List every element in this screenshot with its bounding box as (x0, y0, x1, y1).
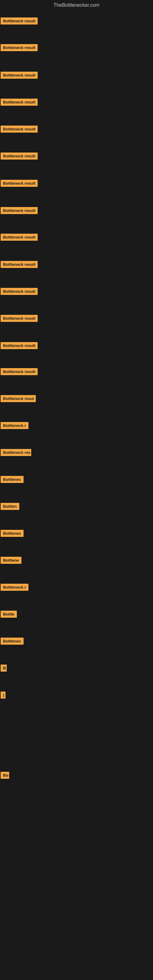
bottleneck-label: Bottleneck result (1, 72, 38, 79)
bottleneck-item: Bottlenec (1, 638, 24, 646)
bottleneck-item: Bottlenec (1, 476, 24, 484)
bottleneck-label: Bottleneck result (1, 126, 38, 133)
bottleneck-item: Bottleneck result (1, 44, 38, 52)
bottleneck-item: | (1, 692, 5, 700)
bottleneck-label: Bottleneck result (1, 44, 38, 51)
bottleneck-item: Bottleneck result (1, 18, 38, 26)
bottleneck-item: Bottleneck result (1, 99, 38, 107)
bottleneck-label: Bottleneck result (1, 342, 38, 349)
bottleneck-label: B (1, 665, 7, 671)
bottleneck-item: Bottle (1, 611, 17, 619)
bottleneck-label: Bottleneck result (1, 368, 38, 375)
bottleneck-item: Bottlenec (1, 530, 24, 538)
bottleneck-item: Bottleneck result (1, 72, 38, 80)
bottleneck-item: Bottleneck result (1, 207, 38, 215)
bottleneck-item: Bottlene (1, 557, 21, 565)
bottleneck-item: Bottleneck result (1, 153, 38, 161)
bottleneck-label: Bottleneck result (1, 261, 38, 268)
bottleneck-item: Bottleneck result (1, 261, 38, 269)
bottleneck-item: Bottleneck r (1, 422, 29, 430)
bottleneck-label: Bottle (1, 611, 17, 618)
bottleneck-label: Bo (1, 772, 9, 779)
bottleneck-label: Bottlenec (1, 476, 24, 483)
bottleneck-item: Bottleneck result (1, 234, 38, 242)
bottleneck-item: Bottleneck r (1, 584, 29, 592)
bottleneck-label: | (1, 692, 5, 698)
bottleneck-item: Bottleneck result (1, 126, 38, 134)
bottleneck-item: Bo (1, 772, 9, 780)
bottleneck-label: Bottlen (1, 503, 19, 510)
bottleneck-item: Bottleneck result (1, 180, 38, 188)
bottleneck-label: Bottleneck result (1, 288, 38, 295)
bottleneck-label: Bottlenec (1, 638, 24, 645)
bottleneck-label: Bottleneck res (1, 449, 31, 456)
bottleneck-item: Bottleneck result (1, 315, 38, 323)
bottleneck-label: Bottleneck result (1, 315, 38, 322)
bottleneck-item: Bottleneck result (1, 368, 38, 376)
bottleneck-label: Bottlene (1, 557, 21, 564)
bottleneck-label: Bottleneck r (1, 422, 29, 429)
bottleneck-item: B (1, 665, 7, 673)
bottleneck-label: Bottlenec (1, 530, 24, 537)
bottleneck-label: Bottleneck result (1, 18, 38, 24)
bottleneck-item: Bottleneck result (1, 288, 38, 296)
site-title: TheBottlenecker.com (0, 0, 153, 10)
bottleneck-label: Bottleneck resul (1, 395, 36, 402)
bottleneck-item: Bottleneck resul (1, 395, 36, 403)
bottleneck-label: Bottleneck r (1, 584, 29, 591)
bottleneck-label: Bottleneck result (1, 153, 38, 159)
bottleneck-item: Bottlen (1, 503, 19, 511)
bottleneck-item: Bottleneck result (1, 342, 38, 350)
bottleneck-item: Bottleneck res (1, 449, 31, 457)
bottleneck-label: Bottleneck result (1, 180, 38, 187)
bottleneck-label: Bottleneck result (1, 99, 38, 106)
bottleneck-label: Bottleneck result (1, 207, 38, 214)
bottleneck-label: Bottleneck result (1, 234, 38, 241)
